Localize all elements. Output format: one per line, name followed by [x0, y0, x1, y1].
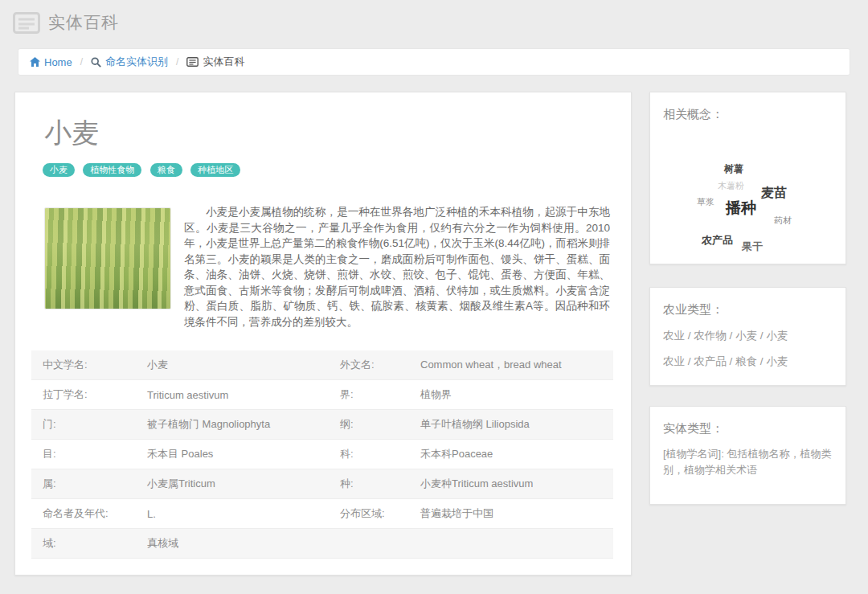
agriculture-type-card: 农业类型： 农业 / 农作物 / 小麦 / 小麦 农业 / 农产品 / 粮食 /… [649, 287, 846, 386]
info-label: 属: [31, 469, 142, 499]
breadcrumb: Home / 命名实体识别 / 实体百科 [18, 48, 850, 76]
cloud-word[interactable]: 木薯粉 [718, 180, 744, 192]
entity-article-card: 小麦 小麦 植物性食物 粮食 种植地区 小麦是小麦属植物的统称，是一种在世界各地… [14, 92, 632, 576]
info-label: 目: [31, 440, 142, 469]
info-value: 禾本科Poaceae [416, 440, 613, 469]
search-icon [91, 57, 101, 68]
info-label: 中文学名: [31, 350, 142, 380]
breadcrumb-ner-label: 命名实体识别 [105, 55, 168, 69]
info-label: 门: [31, 410, 142, 440]
breadcrumb-current: 实体百科 [186, 55, 244, 69]
entity-tag[interactable]: 植物性食物 [83, 163, 141, 177]
agriculture-type-path[interactable]: 农业 / 农作物 / 小麦 / 小麦 [663, 329, 833, 343]
word-cloud: 树薯 木薯粉 麦苗 草浆 播种 药材 农产品 果干 [663, 122, 833, 243]
list-card-icon [186, 57, 199, 67]
info-value: 被子植物门 Magnoliophyta [142, 410, 335, 440]
app-header: 实体百科 [0, 0, 868, 45]
home-icon [30, 57, 40, 67]
info-label: 科: [335, 440, 416, 469]
table-row: 拉丁学名: Triticum aestivum 界: 植物界 [31, 380, 613, 410]
related-concepts-title: 相关概念： [663, 107, 833, 122]
entity-tag-row: 小麦 植物性食物 粮食 种植地区 [43, 162, 613, 177]
cloud-word[interactable]: 果干 [742, 240, 763, 254]
breadcrumb-separator: / [176, 56, 178, 68]
wheat-photo [44, 207, 171, 309]
cloud-word[interactable]: 播种 [726, 198, 756, 219]
encyclopedia-logo-icon [13, 12, 40, 34]
sidebar: 相关概念： 树薯 木薯粉 麦苗 草浆 播种 药材 农产品 果干 农业类型： 农业… [649, 92, 846, 505]
page-title: 小麦 [44, 115, 613, 152]
info-label: 命名者及年代: [31, 499, 142, 529]
info-value: 植物界 [416, 380, 613, 410]
cloud-word[interactable]: 药材 [774, 215, 792, 227]
info-value: 真核域 [142, 529, 335, 559]
cloud-word[interactable]: 农产品 [702, 233, 733, 248]
entity-tag[interactable]: 小麦 [43, 163, 75, 177]
info-value: 小麦种Triticum aestivum [416, 469, 613, 499]
info-value: L. [142, 499, 335, 529]
entity-type-title: 实体类型： [663, 421, 833, 436]
info-label: 外文名: [335, 350, 416, 380]
info-value: 禾本目 Poales [142, 440, 335, 469]
table-row: 域: 真核域 [31, 529, 613, 559]
table-row: 目: 禾本目 Poales 科: 禾本科Poaceae [31, 440, 613, 469]
entity-type-card: 实体类型： [植物学名词]: 包括植物名称，植物类别，植物学相关术语 [649, 406, 846, 505]
info-label [335, 529, 416, 559]
info-label: 种: [335, 469, 416, 499]
breadcrumb-home[interactable]: Home [30, 56, 72, 68]
breadcrumb-home-label: Home [44, 56, 72, 68]
info-label: 域: [31, 529, 142, 559]
entity-info-table: 中文学名: 小麦 外文名: Common wheat，bread wheat 拉… [31, 350, 613, 559]
breadcrumb-ner[interactable]: 命名实体识别 [91, 55, 168, 69]
entity-tag[interactable]: 粮食 [150, 163, 182, 177]
agriculture-type-path[interactable]: 农业 / 农产品 / 粮食 / 小麦 [663, 354, 833, 369]
info-label: 拉丁学名: [31, 380, 142, 410]
info-value: 单子叶植物纲 Liliopsida [416, 410, 613, 440]
info-label: 界: [335, 380, 416, 410]
cloud-word[interactable]: 麦苗 [761, 185, 787, 202]
info-value: Common wheat，bread wheat [416, 350, 613, 380]
info-value: 普遍栽培于中国 [416, 499, 613, 529]
info-value [416, 529, 613, 559]
entity-type-description: [植物学名词]: 包括植物名称，植物类别，植物学相关术语 [663, 446, 833, 478]
related-concepts-card: 相关概念： 树薯 木薯粉 麦苗 草浆 播种 药材 农产品 果干 [649, 92, 846, 264]
table-row: 门: 被子植物门 Magnoliophyta 纲: 单子叶植物纲 Liliops… [31, 410, 613, 440]
breadcrumb-current-label: 实体百科 [203, 55, 244, 69]
info-value: 小麦属Triticum [142, 469, 335, 499]
table-row: 中文学名: 小麦 外文名: Common wheat，bread wheat [31, 350, 613, 380]
entity-body: 小麦是小麦属植物的统称，是一种在世界各地广泛种植的禾本科植物，起源于中东地区。小… [31, 204, 613, 330]
info-label: 纲: [335, 410, 416, 440]
agriculture-type-title: 农业类型： [663, 302, 833, 317]
breadcrumb-separator: / [80, 56, 83, 68]
entity-tag[interactable]: 种植地区 [190, 163, 240, 177]
info-label: 分布区域: [335, 499, 416, 529]
table-row: 属: 小麦属Triticum 种: 小麦种Triticum aestivum [31, 469, 613, 499]
cloud-word[interactable]: 草浆 [697, 196, 714, 208]
table-row: 命名者及年代: L. 分布区域: 普遍栽培于中国 [31, 499, 613, 529]
info-value: Triticum aestivum [142, 380, 335, 410]
page-body: 小麦 小麦 植物性食物 粮食 种植地区 小麦是小麦属植物的统称，是一种在世界各地… [14, 92, 850, 576]
info-value: 小麦 [142, 350, 335, 380]
app-title: 实体百科 [48, 11, 119, 34]
cloud-word[interactable]: 树薯 [724, 162, 743, 176]
